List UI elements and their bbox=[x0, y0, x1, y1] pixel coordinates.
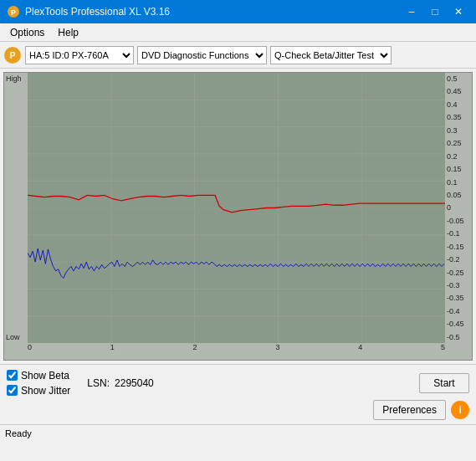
chart-svg bbox=[28, 73, 445, 343]
right-controls: Start bbox=[419, 373, 469, 393]
chart-area: High Low 0.5 0.45 0.4 0.35 0.3 0.25 0.2 … bbox=[3, 72, 473, 361]
bottom-row-top: Show Beta Show Jitter LSN: 2295040 Start bbox=[7, 370, 469, 397]
show-beta-row: Show Beta bbox=[7, 370, 70, 382]
status-text: Ready bbox=[5, 428, 32, 438]
app-icon: P bbox=[7, 5, 20, 18]
menu-help[interactable]: Help bbox=[51, 25, 85, 40]
svg-text:P: P bbox=[10, 51, 16, 60]
drive-select[interactable]: HA:5 ID:0 PX-760A bbox=[25, 46, 134, 64]
bottom-row-prefs: Preferences i bbox=[7, 400, 469, 420]
menu-bar: Options Help bbox=[0, 23, 476, 42]
show-beta-checkbox[interactable] bbox=[7, 370, 18, 381]
lsn-label: LSN: bbox=[87, 377, 110, 389]
show-beta-label[interactable]: Show Beta bbox=[21, 370, 69, 382]
test-select[interactable]: Q-Check Beta/Jitter Test bbox=[270, 46, 392, 64]
x-axis: 0 1 2 3 4 5 bbox=[28, 343, 445, 360]
high-label: High bbox=[6, 74, 22, 83]
minimize-button[interactable]: – bbox=[401, 3, 422, 20]
bottom-panel: Show Beta Show Jitter LSN: 2295040 Start… bbox=[0, 364, 476, 424]
show-jitter-checkbox[interactable] bbox=[7, 385, 18, 396]
toolbar: P HA:5 ID:0 PX-760A DVD Diagnostic Funct… bbox=[0, 42, 476, 69]
beta-line bbox=[28, 195, 445, 212]
info-button[interactable]: i bbox=[451, 401, 469, 419]
preferences-button[interactable]: Preferences bbox=[373, 400, 446, 420]
svg-text:P: P bbox=[11, 8, 16, 17]
start-button[interactable]: Start bbox=[419, 373, 469, 393]
y-axis-right: 0.5 0.45 0.4 0.35 0.3 0.25 0.2 0.15 0.1 … bbox=[445, 73, 472, 343]
drive-icon: P bbox=[3, 46, 22, 64]
menu-options[interactable]: Options bbox=[3, 25, 51, 40]
maximize-button[interactable]: □ bbox=[424, 3, 446, 20]
checkboxes: Show Beta Show Jitter bbox=[7, 370, 70, 397]
show-jitter-row: Show Jitter bbox=[7, 385, 70, 397]
function-select[interactable]: DVD Diagnostic Functions bbox=[137, 46, 267, 64]
close-button[interactable]: ✕ bbox=[448, 3, 469, 20]
window-title: PlexTools Professional XL V3.16 bbox=[25, 6, 170, 18]
show-jitter-label[interactable]: Show Jitter bbox=[21, 385, 70, 397]
window-controls: – □ ✕ bbox=[401, 3, 469, 20]
lsn-area: LSN: 2295040 bbox=[87, 377, 153, 389]
title-bar: P PlexTools Professional XL V3.16 – □ ✕ bbox=[0, 0, 476, 23]
status-bar: Ready bbox=[0, 424, 476, 441]
chart-plot bbox=[28, 73, 445, 343]
lsn-value: 2295040 bbox=[115, 377, 154, 389]
low-label: Low bbox=[6, 333, 20, 341]
jitter-line bbox=[28, 248, 444, 279]
